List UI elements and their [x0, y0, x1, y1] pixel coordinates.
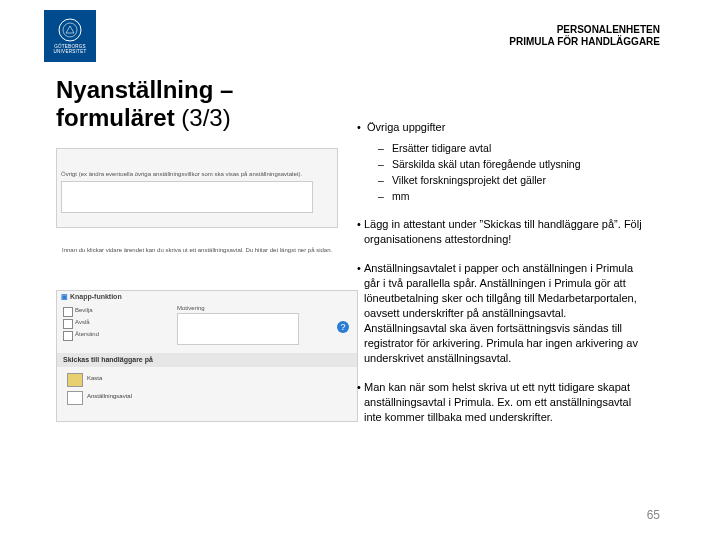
title-line2: formuläret — [56, 104, 181, 131]
page-title: Nyanställning – formuläret (3/3) — [56, 76, 233, 132]
title-part: (3/3) — [181, 104, 230, 131]
bullet-1: • Övriga uppgifter — [354, 120, 660, 135]
sub-3: –Vilket forskningsprojekt det gäller — [378, 173, 660, 187]
cb1-label: Bevilja — [75, 307, 93, 313]
avtal-label: Anställningsavtal — [87, 393, 132, 399]
bullet-3-text: Anställningsavtalet i papper och anställ… — [364, 261, 644, 366]
bullet-3: •Anställningsavtalet i papper och anstäl… — [354, 261, 660, 366]
help-icon: ? — [337, 321, 349, 333]
checkbox-2 — [63, 319, 73, 329]
info-line: Innan du klickar vidare ärendet kan du s… — [56, 242, 340, 258]
bullet-4: •Man kan när som helst skriva ut ett nyt… — [354, 380, 660, 425]
kasta-label: Kasta — [87, 375, 102, 381]
header-subtitle: PERSONALENHETEN PRIMULA FÖR HANDLÄGGARE — [509, 24, 660, 48]
checkbox-1 — [63, 307, 73, 317]
university-logo: GÖTEBORGS UNIVERSITET — [44, 10, 96, 62]
sub-2-text: Särskilda skäl utan föregående utlysning — [392, 158, 581, 170]
motivering-label: Motivering — [177, 305, 205, 311]
checkbox-3 — [63, 331, 73, 341]
form-sketch-panel: ▣ Knapp-funktion Bevilja Avslå Återsänd … — [56, 290, 358, 422]
svg-point-0 — [59, 19, 81, 41]
svg-point-1 — [63, 23, 77, 37]
cb2-label: Avslå — [75, 319, 90, 325]
ovrigt-textarea — [61, 181, 313, 213]
sub-1-text: Ersätter tidigare avtal — [392, 142, 491, 154]
bullet-1-text: Övriga uppgifter — [367, 121, 445, 133]
slide-header: GÖTEBORGS UNIVERSITET PERSONALENHETEN PR… — [0, 0, 720, 60]
form-sketch-info: Innan du klickar vidare ärendet kan du s… — [56, 242, 340, 272]
title-line1: Nyanställning – — [56, 76, 233, 103]
bullet-column: • Övriga uppgifter –Ersätter tidigare av… — [354, 120, 660, 425]
sub-2: –Särskilda skäl utan föregående utlysnin… — [378, 157, 660, 171]
sub-1: –Ersätter tidigare avtal — [378, 141, 660, 155]
sub-4-text: mm — [392, 190, 410, 202]
bullet-2: •Lägg in attestant under ”Skickas till h… — [354, 217, 660, 247]
header-line2: PRIMULA FÖR HANDLÄGGARE — [509, 36, 660, 47]
motivering-box — [177, 313, 299, 345]
ovrigt-label: Övrigt (ex ändra eventuella övriga anstä… — [61, 171, 302, 177]
seal-icon — [58, 18, 82, 42]
bullet-4-text: Man kan när som helst skriva ut ett nytt… — [364, 380, 644, 425]
logo-text-2: UNIVERSITET — [53, 49, 86, 54]
bullet-2-text: Lägg in attestant under ”Skickas till ha… — [364, 217, 644, 247]
kasta-icon — [67, 373, 83, 387]
header-line1: PERSONALENHETEN — [557, 24, 660, 35]
page-number: 65 — [647, 508, 660, 522]
avtal-icon — [67, 391, 83, 405]
form-sketch-ovrigt: Övrigt (ex ändra eventuella övriga anstä… — [56, 148, 338, 228]
sub-3-text: Vilket forskningsprojekt det gäller — [392, 174, 546, 186]
skickas-bar: Skickas till handläggare på — [57, 353, 357, 367]
panel-title: ▣ Knapp-funktion — [61, 293, 122, 301]
cb3-label: Återsänd — [75, 331, 99, 337]
sub-4: –mm — [378, 189, 660, 203]
